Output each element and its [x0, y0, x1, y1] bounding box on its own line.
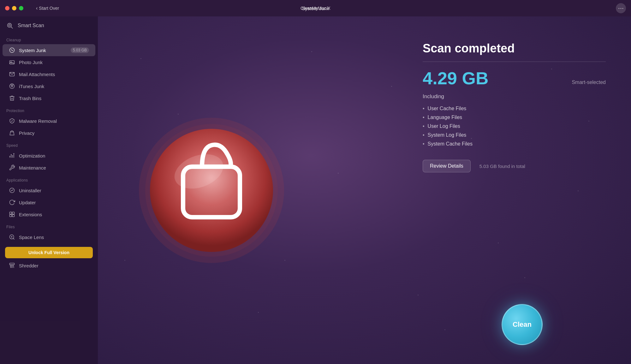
- optimization-icon: [9, 152, 15, 159]
- svg-point-7: [10, 84, 15, 89]
- files-list: User Cache Files Language Files User Log…: [423, 104, 606, 148]
- sidebar-item-updater[interactable]: Updater: [3, 196, 95, 208]
- maintenance-icon: [9, 164, 15, 171]
- mail-attachments-icon: [9, 71, 15, 77]
- sidebar-item-space-lens[interactable]: Space Lens: [3, 231, 95, 243]
- back-button[interactable]: ‹ Start Over: [36, 5, 59, 11]
- size-row: 4.29 GB Smart-selected: [423, 69, 606, 87]
- sidebar-item-maintenance[interactable]: Maintenance: [3, 162, 95, 174]
- section-label-files: Files: [0, 220, 98, 231]
- back-label: Start Over: [39, 6, 59, 11]
- svg-point-2: [9, 24, 10, 26]
- itunes-junk-label: iTunes Junk: [19, 84, 89, 89]
- system-junk-label: System Junk: [19, 48, 67, 53]
- app-icon: [136, 115, 287, 266]
- list-item: Language Files: [423, 113, 606, 122]
- svg-line-1: [11, 27, 13, 28]
- sidebar-item-uninstaller[interactable]: Uninstaller: [3, 184, 95, 196]
- clean-button[interactable]: Clean: [502, 304, 543, 345]
- sidebar: Smart Scan Cleanup System Junk 5.03 GB: [0, 16, 98, 364]
- scan-completed-title: Scan completed: [423, 42, 606, 55]
- privacy-icon: [9, 130, 15, 136]
- extensions-label: Extensions: [19, 212, 89, 217]
- including-label: Including: [423, 93, 606, 100]
- extensions-icon: [9, 211, 15, 218]
- svg-line-23: [13, 238, 15, 240]
- traffic-lights: [5, 6, 23, 10]
- app-logo-area: [114, 115, 309, 266]
- svg-rect-18: [10, 212, 12, 214]
- svg-rect-19: [12, 212, 15, 214]
- sidebar-item-extensions[interactable]: Extensions: [3, 208, 95, 220]
- space-lens-label: Space Lens: [19, 235, 89, 240]
- updater-label: Updater: [19, 200, 89, 205]
- sidebar-item-malware-removal[interactable]: Malware Removal: [3, 115, 95, 127]
- maintenance-label: Maintenance: [19, 165, 89, 170]
- minimize-button[interactable]: [12, 6, 16, 10]
- smart-scan-icon: [6, 22, 13, 29]
- found-total-text: 5.03 GB found in total: [479, 164, 525, 169]
- svg-rect-21: [12, 215, 15, 217]
- sidebar-item-optimization[interactable]: Optimization: [3, 150, 95, 162]
- privacy-label: Privacy: [19, 130, 89, 136]
- itunes-junk-icon: [9, 83, 15, 89]
- section-label-applications: Applications: [0, 174, 98, 184]
- actions-row: Review Details 5.03 GB found in total: [423, 160, 606, 172]
- list-item: System Cache Files: [423, 140, 606, 148]
- list-item: System Log Files: [423, 131, 606, 140]
- page-title: System Junk: [302, 6, 329, 11]
- sidebar-item-privacy[interactable]: Privacy: [3, 127, 95, 139]
- found-size: 4.29 GB: [423, 69, 489, 87]
- svg-rect-20: [10, 215, 12, 217]
- mail-attachments-label: Mail Attachments: [19, 72, 89, 77]
- optimization-label: Optimization: [19, 153, 89, 158]
- sidebar-item-itunes-junk[interactable]: iTunes Junk: [3, 80, 95, 92]
- list-item: User Log Files: [423, 122, 606, 131]
- photo-junk-icon: [9, 59, 15, 65]
- malware-removal-icon: [9, 118, 15, 124]
- system-junk-badge: 5.03 GB: [71, 47, 89, 53]
- photo-junk-label: Photo Junk: [19, 60, 89, 65]
- sidebar-item-shredder[interactable]: Shredder: [3, 260, 95, 272]
- smart-selected-label: Smart-selected: [572, 80, 606, 85]
- sidebar-item-smart-scan[interactable]: Smart Scan: [0, 16, 98, 33]
- uninstaller-icon: [9, 187, 15, 194]
- trash-bins-icon: [9, 95, 15, 101]
- sidebar-item-trash-bins[interactable]: Trash Bins: [3, 92, 95, 104]
- main-content: Scan completed 4.29 GB Smart-selected In…: [98, 16, 631, 364]
- smart-scan-label: Smart Scan: [18, 23, 44, 28]
- back-chevron-icon: ‹: [36, 5, 38, 11]
- sidebar-item-photo-junk[interactable]: Photo Junk: [3, 56, 95, 68]
- svg-rect-24: [10, 263, 15, 265]
- maximize-button[interactable]: [19, 6, 23, 10]
- unlock-full-version-button[interactable]: Unlock Full Version: [5, 247, 93, 258]
- svg-point-0: [8, 23, 12, 27]
- svg-rect-29: [183, 167, 240, 217]
- trash-bins-label: Trash Bins: [19, 96, 89, 101]
- system-junk-icon: [9, 47, 15, 53]
- section-label-speed: Speed: [0, 139, 98, 150]
- sidebar-item-mail-attachments[interactable]: Mail Attachments: [3, 68, 95, 80]
- shredder-label: Shredder: [19, 263, 89, 268]
- updater-icon: [9, 199, 15, 206]
- section-label-cleanup: Cleanup: [0, 33, 98, 44]
- more-options-button[interactable]: ···: [616, 3, 626, 13]
- app-body: Smart Scan Cleanup System Junk 5.03 GB: [0, 16, 631, 364]
- malware-removal-label: Malware Removal: [19, 118, 89, 124]
- clean-button-area: Clean: [502, 304, 543, 345]
- list-item: User Cache Files: [423, 104, 606, 113]
- review-details-button[interactable]: Review Details: [423, 160, 471, 172]
- sidebar-item-system-junk[interactable]: System Junk 5.03 GB: [3, 44, 95, 56]
- shredder-icon: [9, 262, 15, 269]
- close-button[interactable]: [5, 6, 9, 10]
- divider: [423, 62, 606, 62]
- section-label-protection: Protection: [0, 104, 98, 115]
- titlebar: ‹ Start Over CleanMyMac X System Junk ··…: [0, 0, 631, 16]
- right-panel: Scan completed 4.29 GB Smart-selected In…: [423, 42, 606, 172]
- space-lens-icon: [9, 234, 15, 240]
- uninstaller-label: Uninstaller: [19, 188, 89, 193]
